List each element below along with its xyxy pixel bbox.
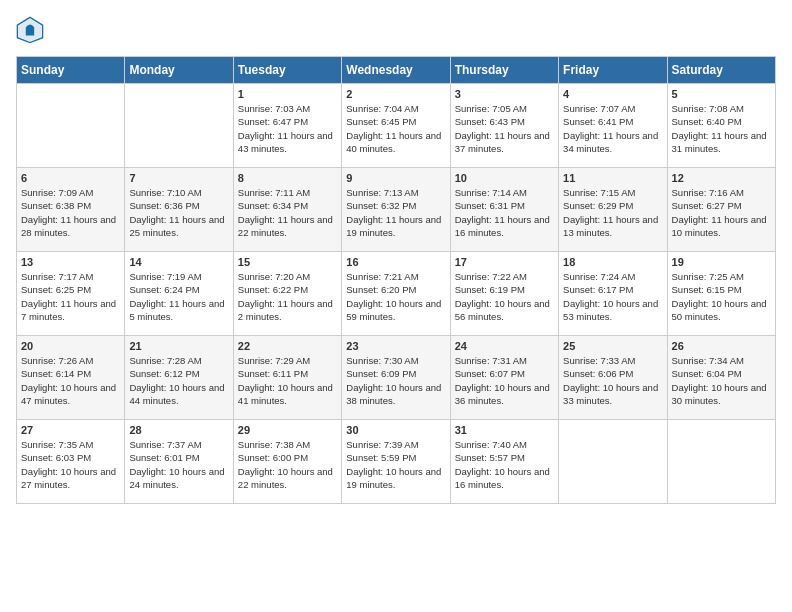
- day-header: Thursday: [450, 57, 558, 84]
- calendar-cell: 24Sunrise: 7:31 AM Sunset: 6:07 PM Dayli…: [450, 336, 558, 420]
- day-info: Sunrise: 7:40 AM Sunset: 5:57 PM Dayligh…: [455, 438, 554, 491]
- day-number: 18: [563, 256, 662, 268]
- calendar-week-row: 27Sunrise: 7:35 AM Sunset: 6:03 PM Dayli…: [17, 420, 776, 504]
- day-number: 29: [238, 424, 337, 436]
- day-info: Sunrise: 7:08 AM Sunset: 6:40 PM Dayligh…: [672, 102, 771, 155]
- calendar-cell: 13Sunrise: 7:17 AM Sunset: 6:25 PM Dayli…: [17, 252, 125, 336]
- day-number: 15: [238, 256, 337, 268]
- calendar-cell: 31Sunrise: 7:40 AM Sunset: 5:57 PM Dayli…: [450, 420, 558, 504]
- day-header: Tuesday: [233, 57, 341, 84]
- day-number: 10: [455, 172, 554, 184]
- calendar-cell: 1Sunrise: 7:03 AM Sunset: 6:47 PM Daylig…: [233, 84, 341, 168]
- calendar-header: SundayMondayTuesdayWednesdayThursdayFrid…: [17, 57, 776, 84]
- calendar-cell: 25Sunrise: 7:33 AM Sunset: 6:06 PM Dayli…: [559, 336, 667, 420]
- day-number: 30: [346, 424, 445, 436]
- day-number: 22: [238, 340, 337, 352]
- day-info: Sunrise: 7:20 AM Sunset: 6:22 PM Dayligh…: [238, 270, 337, 323]
- day-number: 3: [455, 88, 554, 100]
- day-header: Saturday: [667, 57, 775, 84]
- calendar-cell: 21Sunrise: 7:28 AM Sunset: 6:12 PM Dayli…: [125, 336, 233, 420]
- day-header: Wednesday: [342, 57, 450, 84]
- calendar-cell: [667, 420, 775, 504]
- day-info: Sunrise: 7:14 AM Sunset: 6:31 PM Dayligh…: [455, 186, 554, 239]
- day-info: Sunrise: 7:24 AM Sunset: 6:17 PM Dayligh…: [563, 270, 662, 323]
- day-info: Sunrise: 7:15 AM Sunset: 6:29 PM Dayligh…: [563, 186, 662, 239]
- calendar-cell: 8Sunrise: 7:11 AM Sunset: 6:34 PM Daylig…: [233, 168, 341, 252]
- calendar-cell: 23Sunrise: 7:30 AM Sunset: 6:09 PM Dayli…: [342, 336, 450, 420]
- calendar-cell: 7Sunrise: 7:10 AM Sunset: 6:36 PM Daylig…: [125, 168, 233, 252]
- day-info: Sunrise: 7:07 AM Sunset: 6:41 PM Dayligh…: [563, 102, 662, 155]
- day-info: Sunrise: 7:30 AM Sunset: 6:09 PM Dayligh…: [346, 354, 445, 407]
- calendar-week-row: 20Sunrise: 7:26 AM Sunset: 6:14 PM Dayli…: [17, 336, 776, 420]
- day-info: Sunrise: 7:10 AM Sunset: 6:36 PM Dayligh…: [129, 186, 228, 239]
- calendar-cell: 20Sunrise: 7:26 AM Sunset: 6:14 PM Dayli…: [17, 336, 125, 420]
- day-info: Sunrise: 7:35 AM Sunset: 6:03 PM Dayligh…: [21, 438, 120, 491]
- calendar-cell: 4Sunrise: 7:07 AM Sunset: 6:41 PM Daylig…: [559, 84, 667, 168]
- calendar-cell: 27Sunrise: 7:35 AM Sunset: 6:03 PM Dayli…: [17, 420, 125, 504]
- calendar-cell: 30Sunrise: 7:39 AM Sunset: 5:59 PM Dayli…: [342, 420, 450, 504]
- calendar-cell: [559, 420, 667, 504]
- calendar-body: 1Sunrise: 7:03 AM Sunset: 6:47 PM Daylig…: [17, 84, 776, 504]
- day-info: Sunrise: 7:25 AM Sunset: 6:15 PM Dayligh…: [672, 270, 771, 323]
- day-info: Sunrise: 7:16 AM Sunset: 6:27 PM Dayligh…: [672, 186, 771, 239]
- day-info: Sunrise: 7:38 AM Sunset: 6:00 PM Dayligh…: [238, 438, 337, 491]
- day-info: Sunrise: 7:28 AM Sunset: 6:12 PM Dayligh…: [129, 354, 228, 407]
- calendar-table: SundayMondayTuesdayWednesdayThursdayFrid…: [16, 56, 776, 504]
- day-number: 13: [21, 256, 120, 268]
- day-number: 28: [129, 424, 228, 436]
- day-number: 1: [238, 88, 337, 100]
- calendar-cell: 14Sunrise: 7:19 AM Sunset: 6:24 PM Dayli…: [125, 252, 233, 336]
- calendar-cell: [125, 84, 233, 168]
- calendar-cell: 2Sunrise: 7:04 AM Sunset: 6:45 PM Daylig…: [342, 84, 450, 168]
- day-info: Sunrise: 7:31 AM Sunset: 6:07 PM Dayligh…: [455, 354, 554, 407]
- day-header: Friday: [559, 57, 667, 84]
- calendar-cell: 16Sunrise: 7:21 AM Sunset: 6:20 PM Dayli…: [342, 252, 450, 336]
- day-number: 2: [346, 88, 445, 100]
- calendar-cell: 18Sunrise: 7:24 AM Sunset: 6:17 PM Dayli…: [559, 252, 667, 336]
- calendar-cell: [17, 84, 125, 168]
- day-info: Sunrise: 7:21 AM Sunset: 6:20 PM Dayligh…: [346, 270, 445, 323]
- calendar-cell: 3Sunrise: 7:05 AM Sunset: 6:43 PM Daylig…: [450, 84, 558, 168]
- day-number: 14: [129, 256, 228, 268]
- calendar-week-row: 6Sunrise: 7:09 AM Sunset: 6:38 PM Daylig…: [17, 168, 776, 252]
- calendar-cell: 9Sunrise: 7:13 AM Sunset: 6:32 PM Daylig…: [342, 168, 450, 252]
- calendar-week-row: 1Sunrise: 7:03 AM Sunset: 6:47 PM Daylig…: [17, 84, 776, 168]
- logo: [16, 16, 48, 44]
- day-info: Sunrise: 7:03 AM Sunset: 6:47 PM Dayligh…: [238, 102, 337, 155]
- day-number: 12: [672, 172, 771, 184]
- day-info: Sunrise: 7:19 AM Sunset: 6:24 PM Dayligh…: [129, 270, 228, 323]
- day-number: 4: [563, 88, 662, 100]
- day-info: Sunrise: 7:09 AM Sunset: 6:38 PM Dayligh…: [21, 186, 120, 239]
- day-number: 5: [672, 88, 771, 100]
- day-info: Sunrise: 7:37 AM Sunset: 6:01 PM Dayligh…: [129, 438, 228, 491]
- day-number: 16: [346, 256, 445, 268]
- day-info: Sunrise: 7:05 AM Sunset: 6:43 PM Dayligh…: [455, 102, 554, 155]
- calendar-cell: 12Sunrise: 7:16 AM Sunset: 6:27 PM Dayli…: [667, 168, 775, 252]
- day-info: Sunrise: 7:22 AM Sunset: 6:19 PM Dayligh…: [455, 270, 554, 323]
- calendar-cell: 11Sunrise: 7:15 AM Sunset: 6:29 PM Dayli…: [559, 168, 667, 252]
- day-info: Sunrise: 7:17 AM Sunset: 6:25 PM Dayligh…: [21, 270, 120, 323]
- calendar-cell: 29Sunrise: 7:38 AM Sunset: 6:00 PM Dayli…: [233, 420, 341, 504]
- calendar-cell: 15Sunrise: 7:20 AM Sunset: 6:22 PM Dayli…: [233, 252, 341, 336]
- calendar-cell: 22Sunrise: 7:29 AM Sunset: 6:11 PM Dayli…: [233, 336, 341, 420]
- day-info: Sunrise: 7:34 AM Sunset: 6:04 PM Dayligh…: [672, 354, 771, 407]
- day-info: Sunrise: 7:39 AM Sunset: 5:59 PM Dayligh…: [346, 438, 445, 491]
- day-header: Sunday: [17, 57, 125, 84]
- day-number: 26: [672, 340, 771, 352]
- day-info: Sunrise: 7:11 AM Sunset: 6:34 PM Dayligh…: [238, 186, 337, 239]
- day-number: 6: [21, 172, 120, 184]
- day-info: Sunrise: 7:26 AM Sunset: 6:14 PM Dayligh…: [21, 354, 120, 407]
- calendar-cell: 6Sunrise: 7:09 AM Sunset: 6:38 PM Daylig…: [17, 168, 125, 252]
- day-info: Sunrise: 7:04 AM Sunset: 6:45 PM Dayligh…: [346, 102, 445, 155]
- day-header: Monday: [125, 57, 233, 84]
- header-row: SundayMondayTuesdayWednesdayThursdayFrid…: [17, 57, 776, 84]
- calendar-cell: 26Sunrise: 7:34 AM Sunset: 6:04 PM Dayli…: [667, 336, 775, 420]
- day-info: Sunrise: 7:33 AM Sunset: 6:06 PM Dayligh…: [563, 354, 662, 407]
- day-info: Sunrise: 7:29 AM Sunset: 6:11 PM Dayligh…: [238, 354, 337, 407]
- calendar-cell: 28Sunrise: 7:37 AM Sunset: 6:01 PM Dayli…: [125, 420, 233, 504]
- day-number: 8: [238, 172, 337, 184]
- day-number: 9: [346, 172, 445, 184]
- logo-icon: [16, 16, 44, 44]
- day-number: 21: [129, 340, 228, 352]
- calendar-cell: 19Sunrise: 7:25 AM Sunset: 6:15 PM Dayli…: [667, 252, 775, 336]
